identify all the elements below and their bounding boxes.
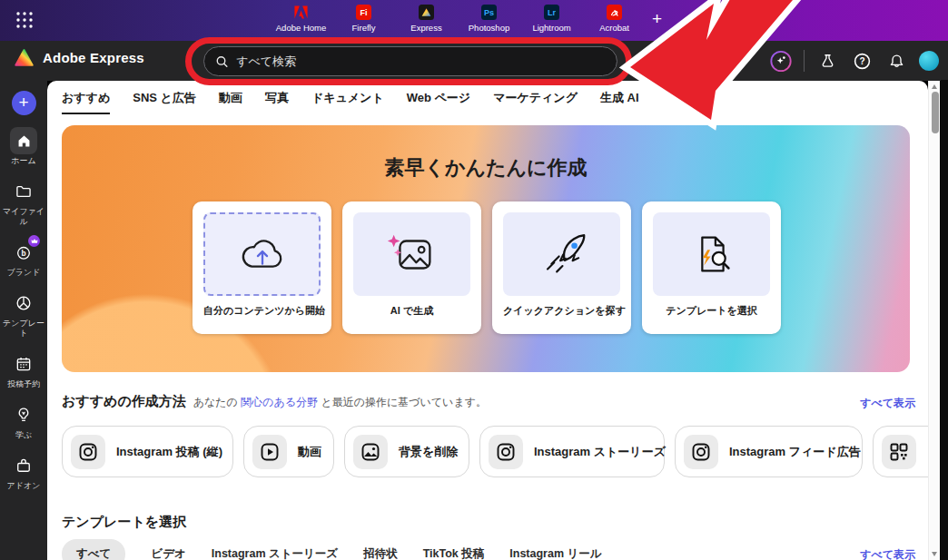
filter-instagram-stories[interactable]: Instagram ストーリーズ bbox=[212, 546, 338, 560]
tab-recommended[interactable]: おすすめ bbox=[62, 90, 110, 114]
express-icon bbox=[419, 5, 434, 20]
recommended-section-header: おすすめの作成方法 あなたの 関心のある分野 と最近の操作に基づいています。 bbox=[62, 393, 487, 410]
hero-card-choose-template[interactable]: テンプレートを選択 bbox=[642, 201, 781, 334]
hero-card-quick-actions[interactable]: クイックアクションを探す bbox=[492, 201, 631, 334]
brand[interactable]: Adobe Express bbox=[15, 49, 144, 66]
ai-image-icon bbox=[353, 212, 470, 296]
instagram-icon bbox=[684, 435, 718, 469]
sidebar-item-templates[interactable]: テンプレート bbox=[0, 290, 47, 339]
beaker-icon[interactable] bbox=[815, 49, 839, 73]
instagram-icon bbox=[71, 435, 105, 469]
card-instagram-post-vertical[interactable]: Instagram 投稿 (縦) bbox=[62, 426, 233, 477]
tab-sns-ads[interactable]: SNS と広告 bbox=[133, 90, 196, 114]
tab-documents[interactable]: ドキュメント bbox=[311, 90, 384, 114]
app-label: Adobe Home bbox=[276, 23, 326, 33]
scroll-down-arrow-icon[interactable] bbox=[932, 552, 937, 556]
hero-card-label: クイックアクションを探す bbox=[503, 304, 620, 318]
card-instagram-feed-ad[interactable]: Instagram フィード広告 bbox=[675, 426, 863, 477]
firefly-icon: Fi bbox=[356, 5, 371, 20]
topbar-app-adobe-home[interactable]: Adobe Home bbox=[270, 5, 332, 33]
search-bar[interactable] bbox=[203, 46, 617, 76]
addons-icon bbox=[10, 452, 37, 479]
add-shortcut-button[interactable]: + bbox=[652, 9, 662, 29]
filter-instagram-reel[interactable]: Instagram リール bbox=[509, 546, 601, 560]
search-input[interactable] bbox=[236, 54, 606, 68]
lightroom-abbr: Lr bbox=[548, 8, 556, 17]
sidebar-item-addons[interactable]: アドオン bbox=[0, 452, 47, 491]
card-instagram-stories[interactable]: Instagram ストーリーズ bbox=[479, 426, 665, 477]
adobe-home-icon bbox=[293, 5, 309, 20]
tab-generative-ai[interactable]: 生成 AI bbox=[600, 90, 639, 114]
app-label: Acrobat bbox=[599, 23, 629, 33]
instagram-icon bbox=[489, 435, 523, 469]
vertical-scrollbar[interactable] bbox=[928, 81, 940, 560]
generative-credits-icon[interactable] bbox=[769, 49, 793, 73]
sidebar-item-my-files[interactable]: マイファイル bbox=[0, 178, 47, 227]
card-label: 背景を削除 bbox=[399, 444, 458, 460]
section-title: おすすめの作成方法 bbox=[62, 393, 186, 410]
app-label: Photoshop bbox=[469, 23, 509, 33]
acrobat-icon bbox=[607, 5, 622, 20]
filter-invitation[interactable]: 招待状 bbox=[363, 546, 398, 560]
template-filters: すべて ビデオ Instagram ストーリーズ 招待状 TikTok 投稿 I… bbox=[62, 539, 602, 560]
filter-tiktok-post[interactable]: TikTok 投稿 bbox=[423, 546, 485, 560]
filter-all[interactable]: すべて bbox=[62, 539, 125, 560]
sidebar-item-brand[interactable]: b ブランド bbox=[0, 239, 47, 278]
learn-lightbulb-icon bbox=[10, 401, 37, 428]
topbar-app-photoshop[interactable]: Ps Photoshop bbox=[458, 5, 520, 33]
brand-icon: b bbox=[10, 239, 37, 266]
tab-video[interactable]: 動画 bbox=[219, 90, 242, 114]
premium-crown-icon bbox=[28, 235, 40, 247]
window-edge bbox=[941, 80, 948, 560]
cloud-upload-icon bbox=[203, 212, 321, 296]
avatar[interactable] bbox=[919, 51, 939, 71]
tab-photo[interactable]: 写真 bbox=[265, 90, 289, 114]
card-remove-background[interactable]: 背景を削除 bbox=[344, 426, 469, 477]
card-label: Instagram 投稿 (縦) bbox=[116, 444, 222, 460]
recommended-cards: Instagram 投稿 (縦) 動画 背景を削 bbox=[62, 426, 928, 477]
search-icon bbox=[215, 54, 229, 69]
image-icon bbox=[353, 435, 388, 469]
header-actions: ? bbox=[769, 41, 939, 81]
app-shortcuts: Adobe Home Fi Firefly Express Ps bbox=[270, 5, 646, 33]
sidebar-label: ホーム bbox=[2, 156, 45, 166]
notifications-bell-icon[interactable] bbox=[884, 49, 908, 73]
card-qr-code[interactable] bbox=[873, 426, 928, 477]
app-grid-icon[interactable] bbox=[15, 10, 35, 30]
svg-text:?: ? bbox=[859, 56, 864, 66]
browser-app-bar: Adobe Home Fi Firefly Express Ps bbox=[0, 0, 948, 41]
create-new-button[interactable]: + bbox=[12, 91, 36, 115]
play-icon bbox=[252, 435, 287, 469]
scroll-up-arrow-icon[interactable] bbox=[932, 84, 937, 89]
app-label: Express bbox=[410, 23, 441, 33]
card-video[interactable]: 動画 bbox=[243, 426, 334, 477]
app-header: Adobe Express bbox=[0, 41, 948, 81]
tab-marketing[interactable]: マーケティング bbox=[493, 90, 578, 114]
sidebar-label: アドオン bbox=[2, 481, 45, 491]
sidebar-item-home[interactable]: ホーム bbox=[0, 127, 47, 166]
topbar-app-express[interactable]: Express bbox=[395, 5, 458, 33]
main-content: おすすめ SNS と広告 動画 写真 ドキュメント Web ページ マーケティン… bbox=[47, 81, 928, 560]
hero-card-label: 自分のコンテンツから開始 bbox=[203, 304, 321, 318]
home-icon bbox=[10, 127, 37, 154]
recommended-view-all-link[interactable]: すべて表示 bbox=[860, 396, 915, 411]
templates-icon bbox=[10, 290, 37, 317]
topbar-app-acrobat[interactable]: Acrobat bbox=[583, 5, 646, 33]
hero-card-generate-with-ai[interactable]: AI で生成 bbox=[342, 201, 481, 334]
sidebar-item-scheduler[interactable]: 投稿予約 bbox=[0, 350, 47, 389]
topbar-app-lightroom[interactable]: Lr Lightroom bbox=[520, 5, 583, 33]
card-label: Instagram ストーリーズ bbox=[534, 444, 666, 460]
card-label: Instagram フィード広告 bbox=[729, 444, 861, 460]
topbar-app-firefly[interactable]: Fi Firefly bbox=[332, 5, 395, 33]
sidebar-item-learn[interactable]: 学ぶ bbox=[0, 401, 47, 440]
divider bbox=[804, 50, 805, 72]
tab-web-pages[interactable]: Web ページ bbox=[407, 90, 470, 114]
app-label: Firefly bbox=[352, 23, 376, 33]
hero-card-start-from-content[interactable]: 自分のコンテンツから開始 bbox=[193, 201, 331, 334]
templates-view-all-link[interactable]: すべて表示 bbox=[860, 547, 915, 560]
interests-link[interactable]: 関心のある分野 bbox=[241, 396, 318, 408]
sidebar-label: 学ぶ bbox=[2, 430, 45, 440]
scrollbar-thumb[interactable] bbox=[932, 92, 939, 133]
help-icon[interactable]: ? bbox=[850, 49, 874, 73]
filter-video[interactable]: ビデオ bbox=[151, 546, 185, 560]
